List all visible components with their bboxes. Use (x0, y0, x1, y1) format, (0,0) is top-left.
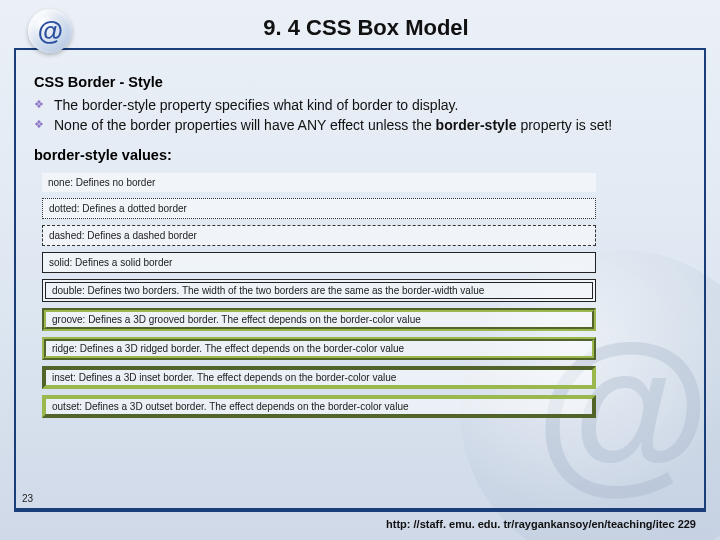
section-title: CSS Border - Style (34, 74, 686, 90)
border-sample: solid: Defines a solid border (42, 252, 596, 273)
border-sample: groove: Defines a 3D grooved border. The… (42, 308, 596, 331)
bullet-list: The border-style property specifies what… (34, 96, 686, 135)
border-sample: dotted: Defines a dotted border (42, 198, 596, 219)
border-samples: none: Defines no borderdotted: Defines a… (42, 173, 596, 418)
border-sample: outset: Defines a 3D outset border. The … (42, 395, 596, 418)
slide-title: 9. 4 CSS Box Model (82, 15, 720, 41)
footer-url: http: //staff. emu. edu. tr/raygankansoy… (386, 518, 696, 530)
border-sample: ridge: Defines a 3D ridged border. The e… (42, 337, 596, 360)
slide-header: @ 9. 4 CSS Box Model (0, 0, 720, 56)
values-title: border-style values: (34, 147, 686, 163)
border-sample: dashed: Defines a dashed border (42, 225, 596, 246)
at-icon: @ (28, 9, 72, 53)
border-sample: double: Defines two borders. The width o… (42, 279, 596, 302)
page-number: 23 (22, 493, 33, 504)
bullet-text: None of the border properties will have … (54, 117, 612, 133)
slide-content: CSS Border - Style The border-style prop… (0, 56, 720, 418)
border-sample: inset: Defines a 3D inset border. The ef… (42, 366, 596, 389)
list-item: None of the border properties will have … (34, 116, 686, 135)
bottom-rule (14, 510, 706, 512)
border-sample: none: Defines no border (42, 173, 596, 192)
list-item: The border-style property specifies what… (34, 96, 686, 115)
bold-term: border-style (436, 117, 517, 133)
